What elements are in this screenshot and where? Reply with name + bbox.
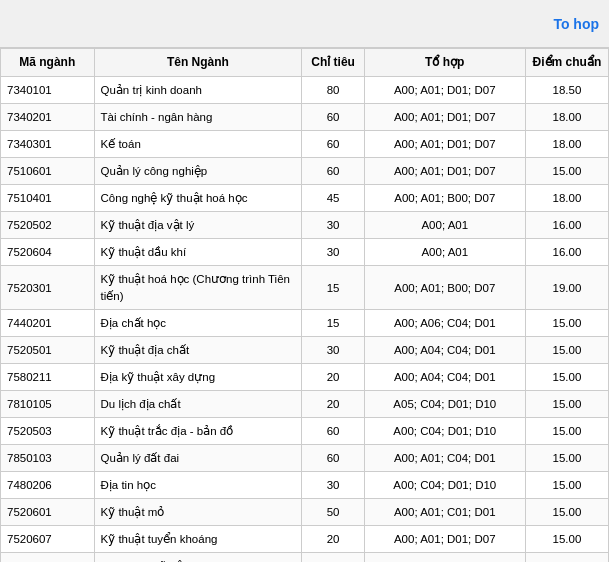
col-header-ten: Tên Ngành <box>94 49 302 77</box>
col-header-ma: Mã ngành <box>1 49 95 77</box>
table-cell: 15.00 <box>525 526 608 553</box>
table-cell: 20 <box>302 553 364 562</box>
table-row: 7850103Quản lý đất đai60A00; A01; C04; D… <box>1 445 609 472</box>
table-cell: 60 <box>302 130 364 157</box>
table-cell: A00; A01 <box>364 239 525 266</box>
table-cell: 7340101 <box>1 76 95 103</box>
table-cell: 18.50 <box>525 76 608 103</box>
table-cell: Kỹ thuật mỏ <box>94 499 302 526</box>
table-cell: 7340201 <box>1 103 95 130</box>
table-cell: 15.00 <box>525 499 608 526</box>
table-cell: 15 <box>302 309 364 336</box>
table-cell: A00; A04; C04; D01 <box>364 363 525 390</box>
table-cell: 7520503 <box>1 418 95 445</box>
table-row: 7520502Kỹ thuật địa vật lý30A00; A0116.0… <box>1 212 609 239</box>
table-cell: 18.00 <box>525 130 608 157</box>
table-cell: Địa kỹ thuật xây dựng <box>94 363 302 390</box>
table-cell: Khoa học dữ liệu <box>94 553 302 562</box>
main-table: Mã ngành Tên Ngành Chỉ tiêu Tổ hợp Điểm … <box>0 48 609 562</box>
table-cell: 7520301 <box>1 266 95 309</box>
table-cell: 15.00 <box>525 336 608 363</box>
table-cell: A00; A01 <box>364 212 525 239</box>
table-cell: 15.00 <box>525 472 608 499</box>
table-cell: 20 <box>302 390 364 417</box>
table-cell: A00; A01; C01; D01 <box>364 499 525 526</box>
table-cell: Kỹ thuật hoá học (Chương trình Tiên tiến… <box>94 266 302 309</box>
table-cell: 60 <box>302 158 364 185</box>
table-cell: 7480206 <box>1 472 95 499</box>
table-cell: Kỹ thuật dầu khí <box>94 239 302 266</box>
table-cell: A00; A01; D01; D07 <box>364 553 525 562</box>
header-label: To hop <box>553 16 599 32</box>
table-cell: 15.00 <box>525 445 608 472</box>
header-bar: To hop <box>0 0 609 48</box>
table-cell: 16.00 <box>525 212 608 239</box>
table-cell: 20 <box>302 526 364 553</box>
table-cell: Công nghệ kỹ thuật hoá học <box>94 185 302 212</box>
table-cell: Kế toán <box>94 130 302 157</box>
table-cell: Địa chất học <box>94 309 302 336</box>
table-cell: 7580211 <box>1 363 95 390</box>
table-cell: 50 <box>302 499 364 526</box>
table-cell: 7520604 <box>1 239 95 266</box>
table-row: 7510601Quản lý công nghiệp60A00; A01; D0… <box>1 158 609 185</box>
table-cell: 7440201 <box>1 309 95 336</box>
table-cell: Quản trị kinh doanh <box>94 76 302 103</box>
table-cell: 7340301 <box>1 130 95 157</box>
table-cell: 7520607 <box>1 526 95 553</box>
table-cell: 60 <box>302 445 364 472</box>
table-cell: A00; A01; B00; D07 <box>364 185 525 212</box>
table-cell: A00; A01; C04; D01 <box>364 445 525 472</box>
table-row: 7480206Địa tin học30A00; C04; D01; D1015… <box>1 472 609 499</box>
table-cell: 15.00 <box>525 309 608 336</box>
table-cell: A00; A01; B00; D07 <box>364 266 525 309</box>
table-row: 7520601Kỹ thuật mỏ50A00; A01; C01; D0115… <box>1 499 609 526</box>
table-cell: 80 <box>302 76 364 103</box>
table-cell: 7850103 <box>1 445 95 472</box>
table-cell: 20 <box>302 363 364 390</box>
table-cell: 7480109 <box>1 553 95 562</box>
table-row: 7480109Khoa học dữ liệu20A00; A01; D01; … <box>1 553 609 562</box>
table-cell: 18.00 <box>525 553 608 562</box>
table-cell: A00; A01; D01; D07 <box>364 158 525 185</box>
table-row: 7340101Quản trị kinh doanh80A00; A01; D0… <box>1 76 609 103</box>
table-cell: A00; A04; C04; D01 <box>364 336 525 363</box>
table-cell: A00; A01; D01; D07 <box>364 130 525 157</box>
table-cell: 18.00 <box>525 103 608 130</box>
table-row: 7520301Kỹ thuật hoá học (Chương trình Ti… <box>1 266 609 309</box>
table-cell: 7520502 <box>1 212 95 239</box>
table-row: 7440201Địa chất học15A00; A06; C04; D011… <box>1 309 609 336</box>
table-cell: 30 <box>302 336 364 363</box>
table-cell: 15.00 <box>525 390 608 417</box>
table-row: 7340301Kế toán60A00; A01; D01; D0718.00 <box>1 130 609 157</box>
table-cell: Quản lý công nghiệp <box>94 158 302 185</box>
table-cell: Quản lý đất đai <box>94 445 302 472</box>
table-cell: 15.00 <box>525 363 608 390</box>
table-cell: 7510401 <box>1 185 95 212</box>
table-cell: Kỹ thuật địa vật lý <box>94 212 302 239</box>
table-cell: Kỹ thuật địa chất <box>94 336 302 363</box>
table-cell: 60 <box>302 103 364 130</box>
table-row: 7520503Kỹ thuật trắc địa - bản đồ60A00; … <box>1 418 609 445</box>
table-cell: 15 <box>302 266 364 309</box>
table-cell: A00; C04; D01; D10 <box>364 418 525 445</box>
table-cell: A00; A01; D01; D07 <box>364 76 525 103</box>
table-cell: 7810105 <box>1 390 95 417</box>
table-cell: 19.00 <box>525 266 608 309</box>
table-cell: 7510601 <box>1 158 95 185</box>
table-row: 7520607Kỹ thuật tuyển khoáng20A00; A01; … <box>1 526 609 553</box>
table-row: 7810105Du lịch địa chất20A05; C04; D01; … <box>1 390 609 417</box>
table-row: 7580211Địa kỹ thuật xây dựng20A00; A04; … <box>1 363 609 390</box>
table-cell: 60 <box>302 418 364 445</box>
table-row: 7520501Kỹ thuật địa chất30A00; A04; C04;… <box>1 336 609 363</box>
table-cell: 45 <box>302 185 364 212</box>
table-cell: Kỹ thuật tuyển khoáng <box>94 526 302 553</box>
table-cell: 15.00 <box>525 158 608 185</box>
table-cell: Địa tin học <box>94 472 302 499</box>
col-header-chi: Chỉ tiêu <box>302 49 364 77</box>
col-header-to: Tổ hợp <box>364 49 525 77</box>
table-cell: 7520501 <box>1 336 95 363</box>
table-cell: 15.00 <box>525 418 608 445</box>
table-cell: 7520601 <box>1 499 95 526</box>
table-cell: 16.00 <box>525 239 608 266</box>
